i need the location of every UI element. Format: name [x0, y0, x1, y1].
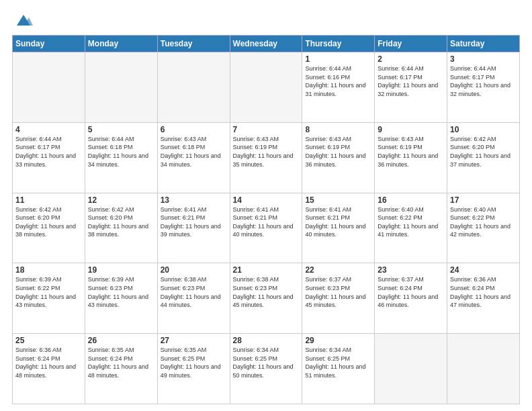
day-info: Sunrise: 6:38 AMSunset: 6:23 PMDaylight:…	[233, 275, 300, 309]
day-info: Sunrise: 6:44 AMSunset: 6:17 PMDaylight:…	[450, 64, 517, 98]
calendar-header-row: SundayMondayTuesdayWednesdayThursdayFrid…	[13, 36, 520, 52]
calendar-header-thursday: Thursday	[302, 36, 375, 52]
day-number: 2	[378, 54, 444, 64]
calendar-day-cell: 12Sunrise: 6:42 AMSunset: 6:20 PMDayligh…	[85, 193, 157, 263]
day-number: 16	[378, 195, 444, 205]
calendar-day-cell: 22Sunrise: 6:37 AMSunset: 6:23 PMDayligh…	[302, 263, 375, 334]
day-info: Sunrise: 6:42 AMSunset: 6:20 PMDaylight:…	[450, 135, 517, 169]
calendar-day-cell: 9Sunrise: 6:43 AMSunset: 6:19 PMDaylight…	[375, 122, 447, 193]
day-info: Sunrise: 6:34 AMSunset: 6:25 PMDaylight:…	[305, 346, 371, 379]
calendar-week-row: 18Sunrise: 6:39 AMSunset: 6:22 PMDayligh…	[13, 263, 520, 334]
calendar-day-cell: 23Sunrise: 6:37 AMSunset: 6:24 PMDayligh…	[375, 263, 447, 334]
day-number: 24	[450, 265, 517, 275]
calendar-day-cell: 24Sunrise: 6:36 AMSunset: 6:24 PMDayligh…	[447, 263, 520, 334]
day-number: 1	[305, 54, 371, 64]
day-info: Sunrise: 6:44 AMSunset: 6:18 PMDaylight:…	[88, 135, 154, 169]
day-info: Sunrise: 6:38 AMSunset: 6:23 PMDaylight:…	[161, 275, 227, 309]
day-number: 27	[161, 336, 227, 345]
calendar-day-cell: 7Sunrise: 6:43 AMSunset: 6:19 PMDaylight…	[230, 122, 302, 193]
day-info: Sunrise: 6:34 AMSunset: 6:25 PMDaylight:…	[233, 346, 300, 379]
calendar-header-tuesday: Tuesday	[157, 36, 230, 52]
day-info: Sunrise: 6:39 AMSunset: 6:22 PMDaylight:…	[15, 275, 82, 309]
logo-icon	[14, 11, 33, 30]
header	[12, 11, 520, 30]
calendar-day-cell: 29Sunrise: 6:34 AMSunset: 6:25 PMDayligh…	[302, 334, 375, 404]
day-info: Sunrise: 6:39 AMSunset: 6:23 PMDaylight:…	[88, 275, 154, 309]
day-number: 9	[378, 125, 444, 134]
day-number: 4	[15, 125, 82, 134]
day-info: Sunrise: 6:43 AMSunset: 6:19 PMDaylight:…	[378, 135, 444, 169]
day-number: 18	[15, 265, 82, 275]
calendar-day-cell: 1Sunrise: 6:44 AMSunset: 6:16 PMDaylight…	[302, 52, 375, 123]
calendar-day-cell: 19Sunrise: 6:39 AMSunset: 6:23 PMDayligh…	[85, 263, 157, 334]
calendar-day-cell: 27Sunrise: 6:35 AMSunset: 6:25 PMDayligh…	[157, 334, 230, 404]
day-number: 8	[305, 125, 371, 134]
calendar-week-row: 25Sunrise: 6:36 AMSunset: 6:24 PMDayligh…	[13, 334, 520, 404]
calendar-week-row: 1Sunrise: 6:44 AMSunset: 6:16 PMDaylight…	[13, 52, 520, 123]
calendar-header-sunday: Sunday	[13, 36, 85, 52]
day-info: Sunrise: 6:43 AMSunset: 6:19 PMDaylight:…	[305, 135, 371, 169]
day-number: 12	[88, 195, 154, 205]
day-info: Sunrise: 6:36 AMSunset: 6:24 PMDaylight:…	[15, 346, 82, 379]
calendar-day-cell	[447, 334, 520, 404]
calendar-day-cell: 20Sunrise: 6:38 AMSunset: 6:23 PMDayligh…	[157, 263, 230, 334]
calendar-day-cell	[375, 334, 447, 404]
calendar-day-cell	[85, 52, 157, 123]
calendar-header-monday: Monday	[85, 36, 157, 52]
day-number: 11	[15, 195, 82, 205]
day-info: Sunrise: 6:42 AMSunset: 6:20 PMDaylight:…	[88, 205, 154, 239]
day-number: 6	[161, 125, 227, 134]
day-number: 22	[305, 265, 371, 275]
calendar-day-cell: 15Sunrise: 6:41 AMSunset: 6:21 PMDayligh…	[302, 193, 375, 263]
calendar-day-cell: 13Sunrise: 6:41 AMSunset: 6:21 PMDayligh…	[157, 193, 230, 263]
day-info: Sunrise: 6:40 AMSunset: 6:22 PMDaylight:…	[450, 205, 517, 239]
calendar-day-cell: 28Sunrise: 6:34 AMSunset: 6:25 PMDayligh…	[230, 334, 302, 404]
calendar-day-cell: 17Sunrise: 6:40 AMSunset: 6:22 PMDayligh…	[447, 193, 520, 263]
calendar-day-cell	[13, 52, 85, 123]
calendar-day-cell: 18Sunrise: 6:39 AMSunset: 6:22 PMDayligh…	[13, 263, 85, 334]
calendar-day-cell: 14Sunrise: 6:41 AMSunset: 6:21 PMDayligh…	[230, 193, 302, 263]
day-info: Sunrise: 6:37 AMSunset: 6:23 PMDaylight:…	[305, 275, 371, 309]
day-number: 29	[305, 336, 371, 345]
day-number: 23	[378, 265, 444, 275]
calendar-header-saturday: Saturday	[447, 36, 520, 52]
day-number: 15	[305, 195, 371, 205]
day-number: 26	[88, 336, 154, 345]
day-info: Sunrise: 6:35 AMSunset: 6:25 PMDaylight:…	[161, 346, 227, 379]
day-number: 19	[88, 265, 154, 275]
day-number: 7	[233, 125, 300, 134]
calendar-day-cell: 5Sunrise: 6:44 AMSunset: 6:18 PMDaylight…	[85, 122, 157, 193]
calendar-header-friday: Friday	[375, 36, 447, 52]
calendar-header-wednesday: Wednesday	[230, 36, 302, 52]
logo	[12, 13, 33, 30]
day-number: 28	[233, 336, 300, 345]
calendar-day-cell: 11Sunrise: 6:42 AMSunset: 6:20 PMDayligh…	[13, 193, 85, 263]
page: SundayMondayTuesdayWednesdayThursdayFrid…	[0, 0, 532, 411]
calendar-day-cell: 4Sunrise: 6:44 AMSunset: 6:17 PMDaylight…	[13, 122, 85, 193]
calendar-day-cell: 10Sunrise: 6:42 AMSunset: 6:20 PMDayligh…	[447, 122, 520, 193]
calendar-day-cell: 25Sunrise: 6:36 AMSunset: 6:24 PMDayligh…	[13, 334, 85, 404]
day-info: Sunrise: 6:43 AMSunset: 6:19 PMDaylight:…	[233, 135, 300, 169]
day-number: 25	[15, 336, 82, 345]
day-info: Sunrise: 6:41 AMSunset: 6:21 PMDaylight:…	[161, 205, 227, 239]
calendar-day-cell: 8Sunrise: 6:43 AMSunset: 6:19 PMDaylight…	[302, 122, 375, 193]
day-number: 14	[233, 195, 300, 205]
day-number: 10	[450, 125, 517, 134]
calendar-week-row: 4Sunrise: 6:44 AMSunset: 6:17 PMDaylight…	[13, 122, 520, 193]
calendar-day-cell	[230, 52, 302, 123]
calendar-day-cell: 26Sunrise: 6:35 AMSunset: 6:24 PMDayligh…	[85, 334, 157, 404]
day-info: Sunrise: 6:44 AMSunset: 6:17 PMDaylight:…	[378, 64, 444, 98]
day-info: Sunrise: 6:35 AMSunset: 6:24 PMDaylight:…	[88, 346, 154, 379]
calendar-table: SundayMondayTuesdayWednesdayThursdayFrid…	[12, 35, 520, 404]
day-info: Sunrise: 6:40 AMSunset: 6:22 PMDaylight:…	[378, 205, 444, 239]
day-info: Sunrise: 6:37 AMSunset: 6:24 PMDaylight:…	[378, 275, 444, 309]
day-info: Sunrise: 6:36 AMSunset: 6:24 PMDaylight:…	[450, 275, 517, 309]
calendar-day-cell: 6Sunrise: 6:43 AMSunset: 6:18 PMDaylight…	[157, 122, 230, 193]
calendar-day-cell: 3Sunrise: 6:44 AMSunset: 6:17 PMDaylight…	[447, 52, 520, 123]
day-number: 20	[161, 265, 227, 275]
calendar-day-cell: 16Sunrise: 6:40 AMSunset: 6:22 PMDayligh…	[375, 193, 447, 263]
day-number: 3	[450, 54, 517, 64]
day-info: Sunrise: 6:41 AMSunset: 6:21 PMDaylight:…	[233, 205, 300, 239]
calendar-day-cell: 21Sunrise: 6:38 AMSunset: 6:23 PMDayligh…	[230, 263, 302, 334]
day-info: Sunrise: 6:41 AMSunset: 6:21 PMDaylight:…	[305, 205, 371, 239]
